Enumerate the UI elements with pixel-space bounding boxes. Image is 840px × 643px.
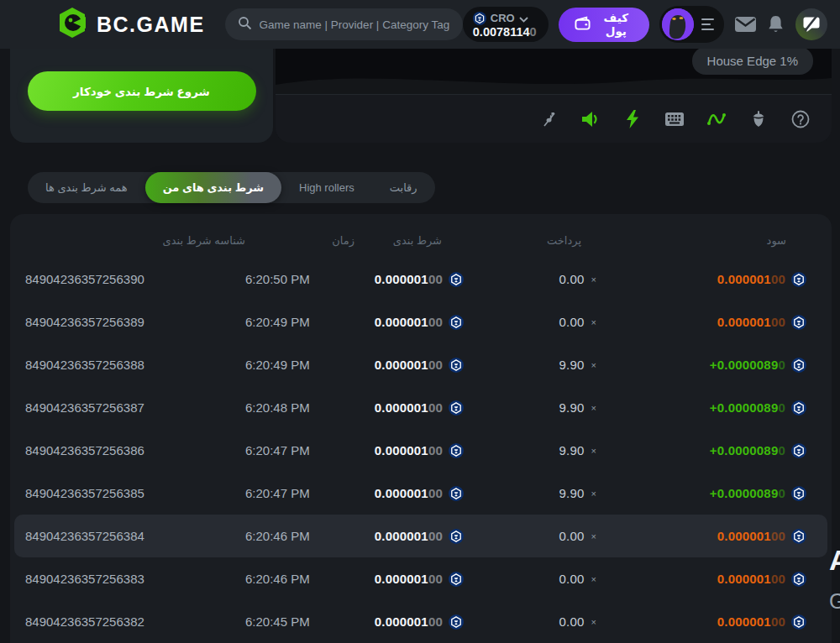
- seeds-icon[interactable]: [744, 105, 773, 133]
- bet-amount: 0.00000100: [354, 486, 464, 501]
- wallet-button[interactable]: کیف پول: [559, 8, 649, 42]
- game-section: شروع شرط بندی خودکار: [10, 49, 832, 143]
- currency-code: CRO: [491, 12, 515, 24]
- cro-coin-icon: [791, 572, 806, 587]
- bet-time: 6:20:46 PM: [245, 572, 354, 586]
- cro-coin-icon: [449, 529, 464, 544]
- table-row[interactable]: 84904236357256390 6:20:50 PM 0.00000100 …: [14, 258, 827, 301]
- bet-profit: 0.00000100: [596, 572, 806, 587]
- table-row[interactable]: 84904236357256384 6:20:46 PM 0.00000100 …: [14, 515, 827, 557]
- bet-profit: +0.00000890: [596, 486, 806, 501]
- bcgame-logo-text: BC.GAME: [97, 13, 205, 37]
- bet-id: 84904236357256383: [25, 572, 245, 586]
- music-off-icon[interactable]: [534, 105, 563, 133]
- tab-1[interactable]: شرط بندی های من: [145, 172, 281, 203]
- bet-time: 6:20:49 PM: [245, 315, 354, 329]
- balance-amount: 0.00781140: [473, 26, 537, 39]
- live-stats-icon[interactable]: [702, 105, 731, 133]
- wallet-icon: [574, 15, 591, 34]
- start-autobet-button[interactable]: شروع شرط بندی خودکار: [28, 71, 256, 111]
- game-search[interactable]: [225, 8, 463, 40]
- cro-coin-icon: [791, 400, 806, 416]
- table-row[interactable]: 84904236357256389 6:20:49 PM 0.00000100 …: [14, 301, 827, 343]
- bet-payout: 0.00×: [464, 614, 596, 629]
- notifications-bell-button[interactable]: [767, 14, 785, 34]
- table-row[interactable]: 84904236357256388 6:20:49 PM 0.00000100 …: [14, 343, 827, 386]
- bet-time: 6:20:49 PM: [245, 358, 354, 372]
- table-row[interactable]: 84904236357256386 6:20:47 PM 0.00000100 …: [14, 429, 827, 472]
- header-bet: شرط بندی: [354, 234, 464, 247]
- hotkeys-icon[interactable]: [660, 105, 689, 133]
- cro-coin-icon: [449, 614, 464, 630]
- bet-profit: 0.00000100: [596, 315, 806, 330]
- game-toolbar: [276, 94, 832, 143]
- bet-payout: 0.00×: [464, 572, 596, 586]
- bets-table-body: 84904236357256390 6:20:50 PM 0.00000100 …: [14, 258, 827, 643]
- bet-profit: +0.00000890: [596, 443, 806, 458]
- turbo-bet-icon[interactable]: [618, 105, 647, 133]
- cro-coin-icon: [791, 358, 806, 373]
- avatar[interactable]: [662, 8, 694, 40]
- chat-toggle-button[interactable]: [795, 8, 828, 41]
- tab-3[interactable]: رقابت: [372, 172, 435, 203]
- bets-table: شناسه شرط بندی زمان شرط بندی پرداخت سود …: [10, 214, 832, 643]
- profile-menu[interactable]: [659, 6, 724, 43]
- bet-payout: 0.00×: [464, 529, 596, 543]
- header-payout: پرداخت: [464, 234, 596, 247]
- bet-payout: 0.00×: [464, 315, 596, 329]
- bet-id: 84904236357256389: [25, 315, 245, 329]
- bet-profit: 0.00000100: [596, 614, 806, 630]
- chat-peek-letter: A: [829, 544, 840, 577]
- tab-0[interactable]: همه شرط بندی ها: [28, 172, 145, 203]
- mail-button[interactable]: [734, 15, 757, 34]
- cro-coin-icon: [791, 272, 806, 287]
- currency-selector[interactable]: CRO 0.00781140: [463, 7, 549, 42]
- bets-table-header: شناسه شرط بندی زمان شرط بندی پرداخت سود: [14, 222, 827, 258]
- bet-time: 6:20:47 PM: [245, 443, 354, 457]
- bet-amount: 0.00000100: [354, 358, 464, 373]
- cro-coin-icon: [449, 358, 464, 373]
- header-bet-id: شناسه شرط بندی: [25, 234, 245, 247]
- table-row[interactable]: 84904236357256382 6:20:45 PM 0.00000100 …: [14, 600, 827, 643]
- bet-payout: 0.00×: [464, 272, 596, 286]
- bet-profit: +0.00000890: [596, 358, 806, 373]
- help-icon[interactable]: [786, 105, 815, 133]
- bet-id: 84904236357256386: [25, 443, 245, 457]
- bcgame-logo[interactable]: BC.GAME: [55, 6, 205, 43]
- bcgame-logo-icon: [55, 6, 89, 43]
- table-row[interactable]: 84904236357256383 6:20:46 PM 0.00000100 …: [14, 557, 827, 600]
- chevron-down-icon: [519, 11, 528, 26]
- cro-coin-icon: [449, 443, 464, 458]
- game-canvas-card: House Edge 1%: [276, 49, 832, 143]
- cro-coin-icon: [449, 572, 464, 587]
- bet-amount: 0.00000100: [354, 315, 464, 330]
- bet-time: 6:20:50 PM: [245, 272, 354, 286]
- sound-on-icon[interactable]: [576, 105, 605, 133]
- menu-icon: [701, 18, 714, 31]
- bet-time: 6:20:45 PM: [245, 614, 354, 629]
- chat-panel-peek: A G: [828, 537, 840, 643]
- cro-coin-icon: [473, 12, 486, 25]
- bet-time: 6:20:46 PM: [245, 529, 354, 543]
- cro-coin-icon: [791, 529, 806, 544]
- bet-amount: 0.00000100: [354, 272, 464, 287]
- chat-peek-letter: G: [829, 589, 840, 614]
- header-time: زمان: [245, 234, 354, 247]
- bet-id: 84904236357256384: [25, 529, 245, 543]
- cro-coin-icon: [449, 315, 464, 330]
- cro-coin-icon: [791, 486, 806, 501]
- tab-2[interactable]: High rollers: [281, 172, 372, 203]
- cro-coin-icon: [791, 614, 806, 630]
- header-profit: سود: [596, 234, 806, 247]
- cro-coin-icon: [449, 272, 464, 287]
- bet-time: 6:20:47 PM: [245, 486, 354, 500]
- search-input[interactable]: [260, 18, 450, 31]
- bet-controls-panel: شروع شرط بندی خودکار: [10, 49, 273, 143]
- table-row[interactable]: 84904236357256387 6:20:48 PM 0.00000100 …: [14, 386, 827, 429]
- bet-payout: 9.90×: [464, 400, 596, 415]
- cro-coin-icon: [449, 486, 464, 501]
- bet-payout: 9.90×: [464, 486, 596, 500]
- table-row[interactable]: 84904236357256385 6:20:47 PM 0.00000100 …: [14, 472, 827, 515]
- top-bar: BC.GAME CRO: [0, 0, 840, 49]
- search-icon: [238, 16, 252, 34]
